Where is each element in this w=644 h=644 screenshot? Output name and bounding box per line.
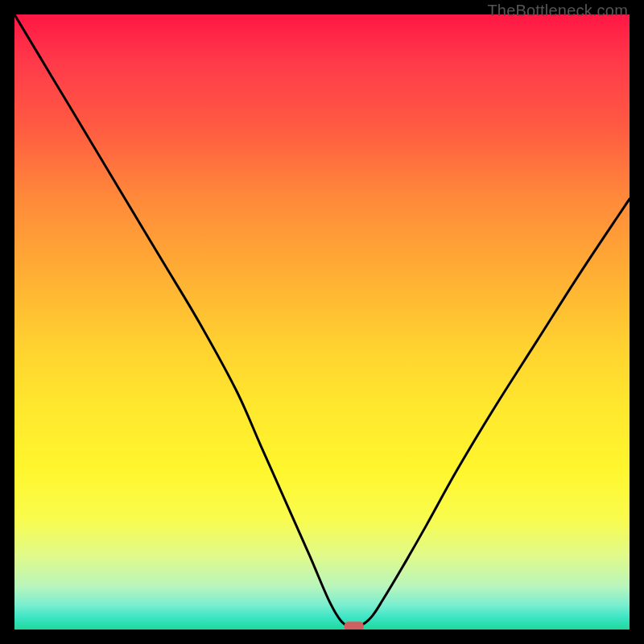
watermark-text: TheBottleneck.com xyxy=(487,2,628,20)
chart-frame xyxy=(0,0,644,644)
